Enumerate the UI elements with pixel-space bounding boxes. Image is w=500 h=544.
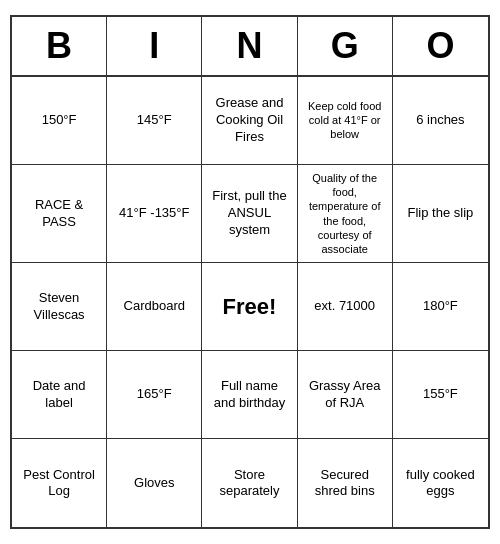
bingo-cell-23: Secured shred bins [298, 439, 393, 527]
bingo-card: BINGO 150°F145°FGrease and Cooking Oil F… [10, 15, 490, 530]
bingo-cell-0: 150°F [12, 77, 107, 165]
bingo-cell-9: Flip the slip [393, 165, 488, 264]
header-letter-i: I [107, 17, 202, 75]
bingo-cell-4: 6 inches [393, 77, 488, 165]
bingo-cell-19: 155°F [393, 351, 488, 439]
header-letter-g: G [298, 17, 393, 75]
bingo-cell-24: fully cooked eggs [393, 439, 488, 527]
bingo-cell-3: Keep cold food cold at 41°F or below [298, 77, 393, 165]
bingo-cell-14: 180°F [393, 263, 488, 351]
bingo-cell-16: 165°F [107, 351, 202, 439]
header-letter-n: N [202, 17, 297, 75]
bingo-cell-7: First, pull the ANSUL system [202, 165, 297, 264]
bingo-cell-15: Date and label [12, 351, 107, 439]
bingo-cell-8: Quality of the food, temperature of the … [298, 165, 393, 264]
bingo-cell-6: 41°F -135°F [107, 165, 202, 264]
header-letter-o: O [393, 17, 488, 75]
bingo-cell-1: 145°F [107, 77, 202, 165]
bingo-cell-21: Gloves [107, 439, 202, 527]
bingo-grid: 150°F145°FGrease and Cooking Oil FiresKe… [12, 77, 488, 528]
bingo-cell-11: Cardboard [107, 263, 202, 351]
bingo-header: BINGO [12, 17, 488, 77]
bingo-cell-12: Free! [202, 263, 297, 351]
bingo-cell-5: RACE & PASS [12, 165, 107, 264]
bingo-cell-22: Store separately [202, 439, 297, 527]
bingo-cell-13: ext. 71000 [298, 263, 393, 351]
bingo-cell-2: Grease and Cooking Oil Fires [202, 77, 297, 165]
bingo-cell-20: Pest Control Log [12, 439, 107, 527]
bingo-cell-17: Full name and birthday [202, 351, 297, 439]
header-letter-b: B [12, 17, 107, 75]
bingo-cell-10: Steven Villescas [12, 263, 107, 351]
bingo-cell-18: Grassy Area of RJA [298, 351, 393, 439]
